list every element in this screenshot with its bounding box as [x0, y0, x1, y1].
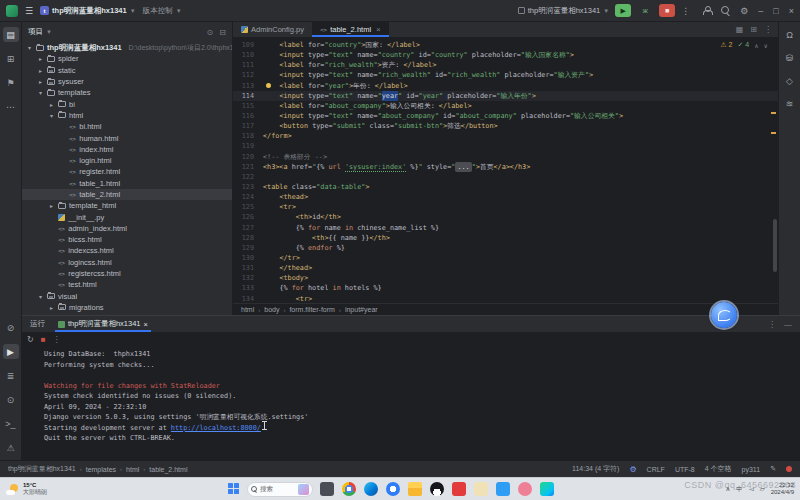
more-icon[interactable]: ⋮	[53, 335, 61, 344]
main-menu-icon[interactable]: ☰	[25, 6, 33, 16]
stop-button[interactable]: ■	[659, 4, 675, 17]
tree-item-table_1.html[interactable]: <>table_1.html	[22, 178, 232, 189]
commit-icon[interactable]: ⊘	[3, 320, 19, 335]
run-icon[interactable]: ▶	[3, 344, 19, 359]
editor-tab-table_2.html[interactable]: <>table_2.html×	[312, 22, 389, 37]
run-tab[interactable]: thp明润蓝量相hx1341 ×	[55, 316, 151, 332]
code-line-121[interactable]: 121<h3><a href="{% url 'sysuser:index' %…	[233, 162, 778, 172]
code-line-120[interactable]: 120<!-- 表格部分 -->	[233, 152, 778, 162]
search-everywhere-icon[interactable]	[721, 6, 730, 15]
tree-item-template_html[interactable]: ▸template_html	[22, 200, 232, 211]
code-line-134[interactable]: 134 <tr>	[233, 294, 778, 303]
code-line-125[interactable]: 125 <tr>	[233, 202, 778, 212]
run-button[interactable]: ▶	[615, 4, 631, 17]
breadcrumb-item[interactable]: input#year	[345, 306, 378, 313]
expand-arrow-icon[interactable]: ▸	[48, 304, 55, 311]
tree-item-table_2.html[interactable]: <>table_2.html	[22, 189, 232, 200]
tree-item-indexcss.html[interactable]: <>indexcss.html	[22, 245, 232, 256]
problems-icon[interactable]: ⚠	[3, 440, 19, 455]
taskbar-app-widget[interactable]	[320, 482, 334, 496]
system-tray[interactable]: ∧ 中 ◅ ▱ 22:32 2024/4/9	[725, 482, 794, 496]
ai-assistant-icon[interactable]: ≋	[782, 96, 798, 111]
tree-item-admin_index.html[interactable]: <>admin_index.html	[22, 223, 232, 234]
code-line-133[interactable]: 133 {% for hotel in hotels %}	[233, 283, 778, 293]
start-button[interactable]	[228, 483, 240, 495]
expand-arrow-icon[interactable]: ▾	[48, 112, 55, 119]
tray-expand-icon[interactable]: ∧	[725, 485, 730, 493]
breadcrumb-item[interactable]: body	[264, 306, 279, 313]
expand-arrow-icon[interactable]: ▸	[48, 202, 55, 209]
tree-item-logincss.html[interactable]: <>logincss.html	[22, 257, 232, 268]
code-line-114[interactable]: 114 <input type="text" name="year" id="y…	[233, 91, 778, 101]
code-line-124[interactable]: 124 <thead>	[233, 192, 778, 202]
code-line-113[interactable]: 113 <label for="year">年份: </label>	[233, 81, 778, 91]
tree-item-__init__.py[interactable]: __init__.py	[22, 211, 232, 222]
tree-item-bicss.html[interactable]: <>bicss.html	[22, 234, 232, 245]
bookmarks-icon[interactable]: ⚑	[3, 75, 19, 90]
code-line-127[interactable]: 127 {% for name in chinese_name_list %}	[233, 223, 778, 233]
expand-arrow-icon[interactable]: ▸	[48, 101, 55, 108]
ai-assistant-fab[interactable]	[711, 302, 737, 328]
plugin-gear-icon[interactable]: ⚙	[629, 465, 636, 474]
code-line-122[interactable]: 122	[233, 172, 778, 182]
code-line-119[interactable]: 119	[233, 141, 778, 151]
debug-button[interactable]: ж	[637, 4, 653, 17]
weather-widget[interactable]: 15°C 大部晴朗	[6, 482, 47, 496]
database-icon[interactable]: ⛁	[782, 50, 798, 65]
code-line-130[interactable]: 130 </tr>	[233, 253, 778, 263]
input-language[interactable]: 中	[736, 485, 743, 494]
taskbar-app-browser[interactable]	[386, 482, 400, 496]
taskbar-app-app[interactable]	[474, 482, 488, 496]
status-breadcrumb-item[interactable]: templates	[86, 466, 116, 473]
line-separator[interactable]: CRLF	[647, 466, 665, 473]
window-close-button[interactable]: ×	[789, 6, 794, 16]
tree-item-login.html[interactable]: <>login.html	[22, 155, 232, 166]
tree-item-human.html[interactable]: <>human.html	[22, 132, 232, 143]
code-line-112[interactable]: 112 <input type="text" name="rich_wealth…	[233, 70, 778, 80]
terminal-icon[interactable]: >_	[3, 416, 19, 431]
structure-icon[interactable]: ⊞	[3, 51, 19, 66]
close-tab-icon[interactable]: ×	[376, 25, 381, 34]
code-line-110[interactable]: 110 <input type="text" name="country" id…	[233, 50, 778, 60]
code-editor[interactable]: ⚠ 2 ✓ 4 ∧ ∨ 109 <label for="country">国家:…	[233, 38, 778, 303]
code-line-116[interactable]: 116 <input type="text" name="about_compa…	[233, 111, 778, 121]
vcs-widget[interactable]: 版本控制 ▼	[143, 6, 182, 16]
tree-item-thp明润蓝量相hx1341[interactable]: ▾thp明润蓝量相hx1341D:\desktop\python\项目2.0\t…	[22, 42, 232, 53]
notifications-icon[interactable]: Ω	[782, 27, 798, 42]
expand-arrow-icon[interactable]: ▸	[37, 55, 44, 62]
expand-arrow-icon[interactable]: ▸	[37, 67, 44, 74]
readonly-toggle-icon[interactable]: ✎	[770, 465, 776, 473]
more-actions-icon[interactable]: ⋮	[681, 6, 690, 16]
split-editor-icon[interactable]: ⊞	[750, 25, 757, 34]
status-breadcrumb-item[interactable]: html	[126, 466, 139, 473]
status-breadcrumb[interactable]: thp明润蓝量相hx1341›templates›html›table_2.ht…	[8, 464, 187, 474]
tree-item-migrations[interactable]: ▸migrations	[22, 302, 232, 313]
run-configuration[interactable]: thp明润蓝量相hx1341 ▼	[518, 6, 610, 16]
panel-options-icon[interactable]: ⋮	[768, 320, 776, 329]
code-line-131[interactable]: 131 </thead>	[233, 263, 778, 273]
expand-arrow-icon[interactable]: ▾	[37, 293, 44, 300]
tree-item-registercss.html[interactable]: <>registercss.html	[22, 268, 232, 279]
code-line-117[interactable]: 117 <button type="submit" class="submit-…	[233, 121, 778, 131]
stop-icon[interactable]: ■	[41, 335, 46, 344]
collapse-all-icon[interactable]: ⊟	[219, 28, 226, 37]
taskbar-app-edge[interactable]	[364, 482, 378, 496]
network-icon[interactable]: ▱	[760, 485, 765, 493]
code-with-me-icon[interactable]	[702, 6, 711, 15]
panel-hide-icon[interactable]: —	[784, 320, 792, 329]
editor-layout-icon[interactable]: ▦	[736, 25, 744, 34]
code-line-115[interactable]: 115 <label for="about_company">输入公司相关: <…	[233, 101, 778, 111]
tree-item-static[interactable]: ▸static	[22, 65, 232, 76]
tree-item-index.html[interactable]: <>index.html	[22, 144, 232, 155]
settings-gear-icon[interactable]: ⚙	[740, 6, 748, 16]
tree-item-visual[interactable]: ▾visual	[22, 291, 232, 302]
clock[interactable]: 22:32 2024/4/9	[771, 482, 794, 496]
run-console[interactable]: Using DataBase: thphx1341Performing syst…	[22, 346, 800, 460]
python-console-icon[interactable]: ⊙	[3, 392, 19, 407]
expand-arrow-icon[interactable]: ▸	[37, 78, 44, 85]
caret-position[interactable]: 114:34 (4 字符)	[572, 464, 619, 474]
more-tools-icon[interactable]: ⋯	[3, 99, 19, 114]
taskbar-app-qq[interactable]	[430, 482, 444, 496]
taskbar-app-chrome[interactable]	[342, 482, 356, 496]
code-line-129[interactable]: 129 {% endfor %}	[233, 243, 778, 253]
